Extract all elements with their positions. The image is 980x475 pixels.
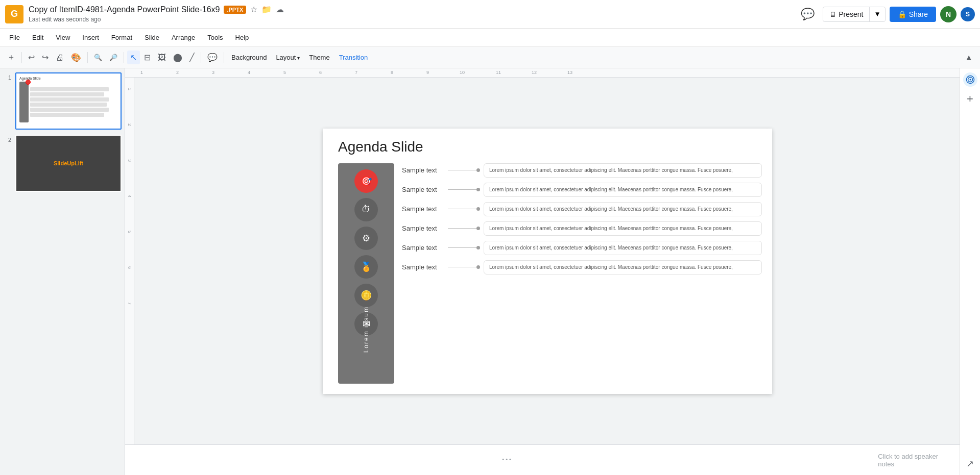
background-button[interactable]: Background	[227, 52, 271, 63]
agenda-label-5: Sample text	[402, 244, 443, 252]
menu-arrange[interactable]: Arrange	[166, 32, 200, 43]
menu-view[interactable]: View	[51, 32, 75, 43]
agenda-icon-4[interactable]: 🏅	[354, 255, 378, 279]
agenda-sidebar: 🎯 ⏱ ⚙ 🏅 🪙 ✉ Lorem ipsum	[338, 163, 394, 384]
folder-icon[interactable]: 📁	[261, 5, 272, 14]
present-label: Present	[839, 10, 863, 18]
rs-expand-icon[interactable]: ↗	[963, 457, 977, 471]
comment-button[interactable]: 💬	[797, 6, 819, 23]
sep3	[124, 52, 124, 63]
slide-preview-1[interactable]: Agenda Slide	[15, 72, 122, 130]
agenda-line-1	[448, 170, 479, 170]
star-icon[interactable]: ☆	[250, 5, 257, 14]
select-button[interactable]: ↖	[127, 51, 140, 64]
app-logo: G	[5, 5, 23, 23]
slide-num-1: 1	[3, 74, 11, 81]
cloud-icon[interactable]: ☁	[276, 5, 284, 14]
slide-panel: 1 Agenda Slide	[0, 68, 125, 475]
agenda-label-6: Sample text	[402, 263, 443, 271]
zoom-in-button[interactable]: 🔎	[106, 52, 121, 63]
menu-file[interactable]: File	[4, 32, 25, 43]
topbar-actions: 💬 🖥 Present ▼ 🔒 Share N S	[797, 6, 975, 23]
vertical-ruler: 1 2 3 4 5 6 7	[125, 78, 134, 444]
agenda-text-1: Lorem ipsum dolor sit amet, consectetuer…	[484, 163, 762, 178]
avatar-letter: N	[946, 10, 951, 18]
slide-preview-2[interactable]: SlideUpLift	[15, 135, 122, 192]
agenda-row-1: Sample text Lorem ipsum dolor sit amet, …	[402, 163, 762, 178]
share-label: Share	[909, 10, 928, 18]
main-area: 1 Agenda Slide	[0, 68, 980, 475]
comment-tool-button[interactable]: 💬	[204, 51, 221, 64]
zoom-out-button[interactable]: 🔍	[91, 52, 105, 63]
theme-button[interactable]: Theme	[305, 52, 333, 63]
horizontal-ruler: 1 2 3 4 5 6 7 8 9 10 11 12 13	[125, 68, 960, 78]
sep4	[201, 52, 201, 63]
agenda-icon-5[interactable]: 🪙	[354, 284, 378, 307]
collapse-toolbar-button[interactable]: ▲	[962, 51, 976, 64]
agenda-line-5	[448, 247, 479, 248]
slide-num-2: 2	[3, 137, 11, 143]
sep5	[224, 52, 224, 63]
last-edit-row: Last edit was seconds ago	[29, 14, 792, 23]
agenda-icon-2[interactable]: ⏱	[354, 198, 378, 221]
menu-insert[interactable]: Insert	[77, 32, 104, 43]
slide-thumb-2[interactable]: 2 SlideUpLift	[3, 135, 122, 192]
right-sidebar: + ↗	[960, 68, 980, 475]
rs-add-icon[interactable]: +	[963, 92, 977, 106]
menu-bar: File Edit View Insert Format Slide Arran…	[0, 29, 980, 47]
toolbar: ＋ ↩ ↪ 🖨 🎨 🔍 🔎 ↖ ⊟ 🖼 ⬤ ╱ 💬 Background Lay…	[0, 47, 980, 68]
print-button[interactable]: 🖨	[53, 51, 67, 64]
undo-button[interactable]: ↩	[25, 51, 38, 64]
agenda-label-4: Sample text	[402, 224, 443, 232]
title-area: Copy of ItemID-4981-Agenda PowerPoint Sl…	[29, 5, 792, 23]
doc-title: Copy of ItemID-4981-Agenda PowerPoint Sl…	[29, 5, 792, 14]
present-dropdown-button[interactable]: ▼	[869, 7, 885, 21]
agenda-row-6: Sample text Lorem ipsum dolor sit amet, …	[402, 260, 762, 274]
present-screen-icon: 🖥	[829, 10, 836, 18]
line-button[interactable]: ╱	[186, 51, 198, 64]
sep1	[21, 52, 22, 63]
avatar[interactable]: N	[940, 6, 957, 22]
shapes-button[interactable]: ⬤	[170, 51, 185, 64]
share-button[interactable]: 🔒 Share	[890, 7, 936, 22]
doc-title-text: Copy of ItemID-4981-Agenda PowerPoint Sl…	[29, 5, 220, 14]
present-button[interactable]: 🖥 Present	[823, 7, 869, 21]
slide-canvas: 1 2 3 4 5 6 7 Agenda Slide 🎯 ⏱ ⚙ 🏅 🪙	[125, 78, 960, 444]
menu-format[interactable]: Format	[106, 32, 137, 43]
notes-placeholder: Click to add speaker notes	[878, 453, 949, 468]
agenda-icon-1[interactable]: 🎯	[354, 169, 378, 193]
add-button[interactable]: ＋	[4, 50, 18, 65]
menu-tools[interactable]: Tools	[202, 32, 228, 43]
agenda-icon-3[interactable]: ⚙	[354, 227, 378, 250]
agenda-label: Lorem ipsum	[363, 306, 370, 353]
agenda-text-3: Lorem ipsum dolor sit amet, consectetuer…	[484, 202, 762, 216]
textbox-button[interactable]: ⊟	[141, 51, 154, 64]
agenda-label-2: Sample text	[402, 186, 443, 193]
menu-edit[interactable]: Edit	[27, 32, 49, 43]
transition-button[interactable]: Transition	[335, 52, 372, 63]
notes-area[interactable]: • • • Click to add speaker notes	[125, 444, 960, 475]
agenda-line-6	[448, 267, 479, 267]
slideuplift-icon[interactable]: S	[961, 7, 975, 21]
rs-target-icon[interactable]	[963, 72, 977, 87]
canvas-area: 1 2 3 4 5 6 7 8 9 10 11 12 13 1 2 3 4 5 …	[125, 68, 960, 475]
layout-button[interactable]: Layout ▾	[272, 52, 304, 63]
svg-point-2	[969, 79, 971, 81]
last-edit-link[interactable]: Last edit was seconds ago	[29, 16, 101, 23]
menu-help[interactable]: Help	[230, 32, 254, 43]
agenda-row-4: Sample text Lorem ipsum dolor sit amet, …	[402, 221, 762, 236]
agenda-label-3: Sample text	[402, 205, 443, 213]
paint-format-button[interactable]: 🎨	[68, 51, 84, 64]
slide[interactable]: Agenda Slide 🎯 ⏱ ⚙ 🏅 🪙 ✉ Lorem ipsum Sam…	[323, 129, 772, 394]
agenda-text-4: Lorem ipsum dolor sit amet, consectetuer…	[484, 221, 762, 236]
slide-thumb-1[interactable]: 1 Agenda Slide	[3, 72, 122, 130]
pptx-badge: .PPTX	[224, 6, 246, 14]
menu-slide[interactable]: Slide	[139, 32, 164, 43]
agenda-line-2	[448, 189, 479, 190]
top-bar: G Copy of ItemID-4981-Agenda PowerPoint …	[0, 0, 980, 29]
agenda-row-3: Sample text Lorem ipsum dolor sit amet, …	[402, 202, 762, 216]
redo-button[interactable]: ↪	[39, 51, 52, 64]
image-button[interactable]: 🖼	[155, 51, 169, 64]
agenda-text-2: Lorem ipsum dolor sit amet, consectetuer…	[484, 183, 762, 197]
agenda-row-5: Sample text Lorem ipsum dolor sit amet, …	[402, 241, 762, 255]
